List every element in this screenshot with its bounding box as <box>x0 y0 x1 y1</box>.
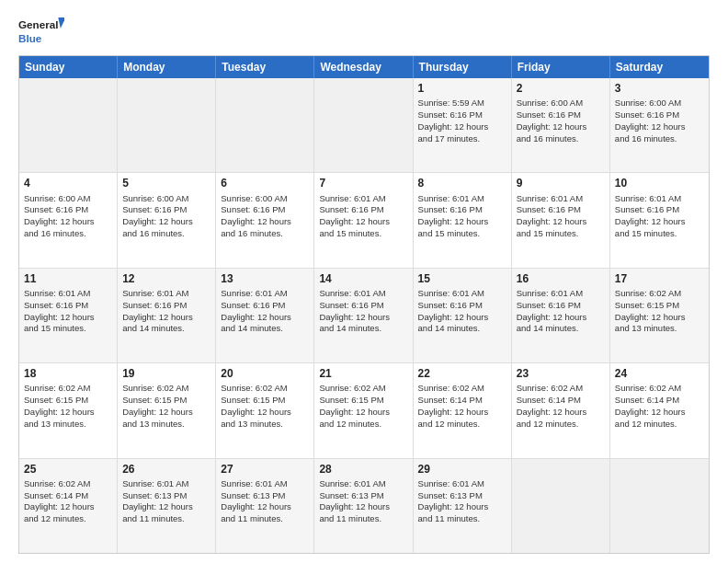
cell-info-line: and 12 minutes. <box>418 419 506 431</box>
cell-info-line: Sunrise: 6:01 AM <box>122 478 210 490</box>
cell-info-line: and 15 minutes. <box>319 228 407 240</box>
day-15: 15Sunrise: 6:01 AMSunset: 6:16 PMDayligh… <box>414 269 512 362</box>
cell-info-line: and 11 minutes. <box>221 513 309 525</box>
cell-info-line: Sunrise: 6:01 AM <box>517 288 605 300</box>
cell-info-line: Sunset: 6:14 PM <box>517 395 605 407</box>
logo: General Blue <box>18 15 64 48</box>
logo-svg: General Blue <box>18 15 64 48</box>
cell-info-line: Daylight: 12 hours <box>24 312 112 324</box>
day-number-15: 15 <box>418 271 506 286</box>
day-number-18: 18 <box>24 366 112 381</box>
cell-info-line: Sunset: 6:16 PM <box>418 204 506 216</box>
cell-info-line: and 11 minutes. <box>418 513 506 525</box>
cell-info-line: Sunrise: 6:02 AM <box>122 383 210 395</box>
day-25: 25Sunrise: 6:02 AMSunset: 6:14 PMDayligh… <box>19 459 118 553</box>
cell-info-line: Daylight: 12 hours <box>122 216 210 228</box>
header-thursday: Thursday <box>414 56 512 78</box>
cell-info-line: Daylight: 12 hours <box>418 501 506 513</box>
calendar: SundayMondayTuesdayWednesdayThursdayFrid… <box>18 55 710 554</box>
cell-info-line: Sunrise: 6:01 AM <box>319 288 407 300</box>
cell-info-line: Daylight: 12 hours <box>319 216 407 228</box>
cal-row-3: 11Sunrise: 6:01 AMSunset: 6:16 PMDayligh… <box>19 269 709 363</box>
cell-info-line: Sunrise: 6:01 AM <box>615 193 704 205</box>
day-number-17: 17 <box>615 271 704 286</box>
cell-info-line: Daylight: 12 hours <box>418 407 506 419</box>
cell-info-line: Daylight: 12 hours <box>418 312 506 324</box>
cell-info-line: Sunset: 6:15 PM <box>122 395 210 407</box>
day-4: 4Sunrise: 6:00 AMSunset: 6:16 PMDaylight… <box>19 173 118 267</box>
cell-info-line: Sunset: 6:16 PM <box>517 204 605 216</box>
cell-info-line: and 14 minutes. <box>418 323 506 335</box>
cell-info-line: Daylight: 12 hours <box>517 121 605 133</box>
cell-info-line: and 14 minutes. <box>221 323 309 335</box>
calendar-header: SundayMondayTuesdayWednesdayThursdayFrid… <box>19 56 709 78</box>
day-24: 24Sunrise: 6:02 AMSunset: 6:14 PMDayligh… <box>610 363 709 457</box>
cell-info-line: and 13 minutes. <box>24 419 112 431</box>
day-22: 22Sunrise: 6:02 AMSunset: 6:14 PMDayligh… <box>414 363 512 457</box>
day-number-11: 11 <box>24 271 112 286</box>
day-12: 12Sunrise: 6:01 AMSunset: 6:16 PMDayligh… <box>118 269 216 362</box>
cell-info-line: Sunset: 6:16 PM <box>418 109 506 121</box>
cell-info-line: and 12 minutes. <box>615 419 704 431</box>
header-monday: Monday <box>118 56 216 78</box>
cell-info-line: Daylight: 12 hours <box>615 407 704 419</box>
day-14: 14Sunrise: 6:01 AMSunset: 6:16 PMDayligh… <box>314 269 413 362</box>
cell-info-line: Daylight: 12 hours <box>24 501 112 513</box>
header-saturday: Saturday <box>610 56 709 78</box>
cell-info-line: Daylight: 12 hours <box>122 312 210 324</box>
cell-info-line: Daylight: 12 hours <box>24 407 112 419</box>
day-13: 13Sunrise: 6:01 AMSunset: 6:16 PMDayligh… <box>216 269 314 362</box>
day-number-19: 19 <box>122 366 210 381</box>
day-number-20: 20 <box>221 366 309 381</box>
day-29: 29Sunrise: 6:01 AMSunset: 6:13 PMDayligh… <box>414 459 512 553</box>
day-20: 20Sunrise: 6:02 AMSunset: 6:15 PMDayligh… <box>216 363 314 457</box>
cell-info-line: Sunset: 6:16 PM <box>122 300 210 312</box>
cell-info-line: Sunset: 6:16 PM <box>517 300 605 312</box>
day-number-4: 4 <box>24 176 112 190</box>
day-28: 28Sunrise: 6:01 AMSunset: 6:13 PMDayligh… <box>314 459 413 553</box>
cell-info-line: Sunset: 6:13 PM <box>122 490 210 502</box>
cell-info-line: Sunrise: 6:01 AM <box>319 478 407 490</box>
cell-info-line: Sunset: 6:16 PM <box>615 109 704 121</box>
day-number-28: 28 <box>319 462 407 477</box>
day-8: 8Sunrise: 6:01 AMSunset: 6:16 PMDaylight… <box>414 173 512 267</box>
day-number-12: 12 <box>122 271 210 286</box>
cell-info-line: Sunset: 6:14 PM <box>615 395 704 407</box>
cell-info-line: Sunrise: 6:00 AM <box>615 98 704 109</box>
cell-info-line: Sunrise: 6:02 AM <box>615 288 704 300</box>
cell-info-line: Sunset: 6:16 PM <box>319 204 407 216</box>
cell-info-line: Daylight: 12 hours <box>221 407 309 419</box>
header: General Blue <box>18 15 710 48</box>
cell-info-line: Sunset: 6:15 PM <box>615 300 704 312</box>
cell-info-line: Sunset: 6:16 PM <box>517 109 605 121</box>
cell-info-line: Sunset: 6:16 PM <box>319 300 407 312</box>
cell-info-line: Sunset: 6:13 PM <box>418 490 506 502</box>
cell-info-line: Daylight: 12 hours <box>517 216 605 228</box>
cell-info-line: and 12 minutes. <box>517 419 605 431</box>
day-7: 7Sunrise: 6:01 AMSunset: 6:16 PMDaylight… <box>314 173 413 267</box>
page: General Blue SundayMondayTuesdayWednesda… <box>0 0 728 563</box>
cell-info-line: and 15 minutes. <box>517 228 605 240</box>
day-number-21: 21 <box>319 366 407 381</box>
day-number-1: 1 <box>418 81 506 96</box>
cell-info-line: Sunset: 6:16 PM <box>221 300 309 312</box>
day-number-26: 26 <box>122 462 210 477</box>
cell-info-line: and 11 minutes. <box>319 513 407 525</box>
day-2: 2Sunrise: 6:00 AMSunset: 6:16 PMDaylight… <box>512 78 610 172</box>
day-3: 3Sunrise: 6:00 AMSunset: 6:16 PMDaylight… <box>610 78 709 172</box>
empty-cell-0-3 <box>314 78 413 172</box>
cell-info-line: and 13 minutes. <box>221 419 309 431</box>
day-21: 21Sunrise: 6:02 AMSunset: 6:15 PMDayligh… <box>314 363 413 457</box>
cell-info-line: Sunset: 6:14 PM <box>24 490 112 502</box>
cell-info-line: Sunrise: 6:02 AM <box>24 383 112 395</box>
empty-cell-4-6 <box>610 459 709 553</box>
empty-cell-0-0 <box>19 78 118 172</box>
cell-info-line: Daylight: 12 hours <box>517 407 605 419</box>
day-26: 26Sunrise: 6:01 AMSunset: 6:13 PMDayligh… <box>118 459 216 553</box>
empty-cell-4-5 <box>512 459 610 553</box>
day-16: 16Sunrise: 6:01 AMSunset: 6:16 PMDayligh… <box>512 269 610 362</box>
cell-info-line: Sunset: 6:15 PM <box>24 395 112 407</box>
cell-info-line: Sunrise: 6:02 AM <box>615 383 704 395</box>
cell-info-line: and 16 minutes. <box>615 133 704 145</box>
day-5: 5Sunrise: 6:00 AMSunset: 6:16 PMDaylight… <box>118 173 216 267</box>
